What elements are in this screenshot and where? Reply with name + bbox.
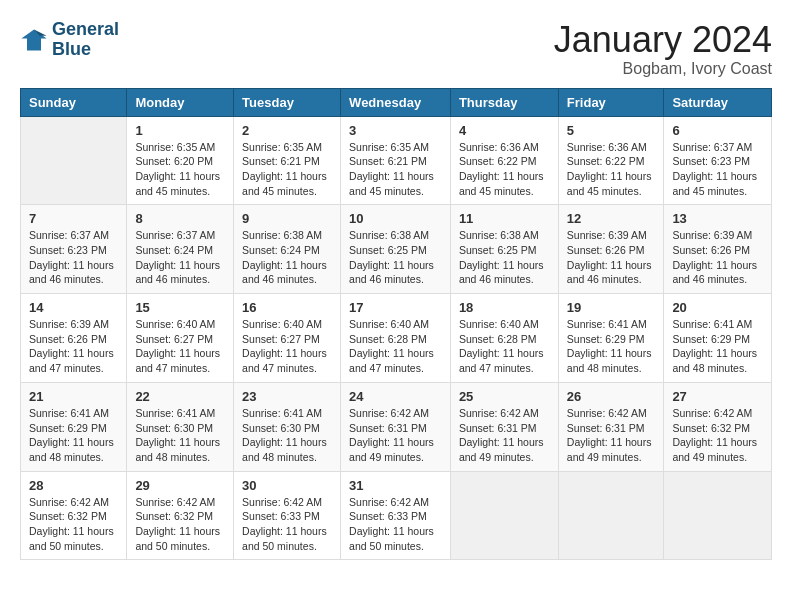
day-info: Sunrise: 6:35 AMSunset: 6:21 PMDaylight:… [242, 140, 332, 199]
calendar-cell: 1Sunrise: 6:35 AMSunset: 6:20 PMDaylight… [127, 116, 234, 205]
calendar-cell: 31Sunrise: 6:42 AMSunset: 6:33 PMDayligh… [341, 471, 451, 560]
day-number: 12 [567, 211, 656, 226]
day-number: 28 [29, 478, 118, 493]
day-number: 7 [29, 211, 118, 226]
calendar-cell: 9Sunrise: 6:38 AMSunset: 6:24 PMDaylight… [234, 205, 341, 294]
calendar-week-row: 28Sunrise: 6:42 AMSunset: 6:32 PMDayligh… [21, 471, 772, 560]
calendar-cell: 25Sunrise: 6:42 AMSunset: 6:31 PMDayligh… [450, 382, 558, 471]
logo-text: General Blue [52, 20, 119, 60]
calendar-cell: 10Sunrise: 6:38 AMSunset: 6:25 PMDayligh… [341, 205, 451, 294]
calendar-cell: 18Sunrise: 6:40 AMSunset: 6:28 PMDayligh… [450, 294, 558, 383]
day-info: Sunrise: 6:37 AMSunset: 6:23 PMDaylight:… [29, 228, 118, 287]
day-number: 15 [135, 300, 225, 315]
day-info: Sunrise: 6:42 AMSunset: 6:31 PMDaylight:… [349, 406, 442, 465]
calendar-body: 1Sunrise: 6:35 AMSunset: 6:20 PMDaylight… [21, 116, 772, 560]
day-number: 31 [349, 478, 442, 493]
calendar-cell [664, 471, 772, 560]
day-info: Sunrise: 6:38 AMSunset: 6:25 PMDaylight:… [459, 228, 550, 287]
logo-bird-icon [20, 26, 48, 54]
day-number: 19 [567, 300, 656, 315]
day-number: 11 [459, 211, 550, 226]
day-number: 17 [349, 300, 442, 315]
day-info: Sunrise: 6:36 AMSunset: 6:22 PMDaylight:… [567, 140, 656, 199]
day-info: Sunrise: 6:40 AMSunset: 6:28 PMDaylight:… [459, 317, 550, 376]
calendar-cell: 24Sunrise: 6:42 AMSunset: 6:31 PMDayligh… [341, 382, 451, 471]
day-number: 2 [242, 123, 332, 138]
weekday-header-cell: Thursday [450, 88, 558, 116]
calendar-cell: 21Sunrise: 6:41 AMSunset: 6:29 PMDayligh… [21, 382, 127, 471]
day-number: 3 [349, 123, 442, 138]
day-number: 25 [459, 389, 550, 404]
calendar-cell: 11Sunrise: 6:38 AMSunset: 6:25 PMDayligh… [450, 205, 558, 294]
day-number: 18 [459, 300, 550, 315]
day-info: Sunrise: 6:39 AMSunset: 6:26 PMDaylight:… [29, 317, 118, 376]
day-info: Sunrise: 6:35 AMSunset: 6:21 PMDaylight:… [349, 140, 442, 199]
day-info: Sunrise: 6:40 AMSunset: 6:27 PMDaylight:… [242, 317, 332, 376]
calendar-cell: 29Sunrise: 6:42 AMSunset: 6:32 PMDayligh… [127, 471, 234, 560]
calendar-cell: 22Sunrise: 6:41 AMSunset: 6:30 PMDayligh… [127, 382, 234, 471]
weekday-header-cell: Wednesday [341, 88, 451, 116]
calendar-cell: 3Sunrise: 6:35 AMSunset: 6:21 PMDaylight… [341, 116, 451, 205]
day-number: 16 [242, 300, 332, 315]
calendar-cell: 6Sunrise: 6:37 AMSunset: 6:23 PMDaylight… [664, 116, 772, 205]
calendar-cell: 28Sunrise: 6:42 AMSunset: 6:32 PMDayligh… [21, 471, 127, 560]
day-info: Sunrise: 6:35 AMSunset: 6:20 PMDaylight:… [135, 140, 225, 199]
calendar-cell: 13Sunrise: 6:39 AMSunset: 6:26 PMDayligh… [664, 205, 772, 294]
day-info: Sunrise: 6:42 AMSunset: 6:32 PMDaylight:… [29, 495, 118, 554]
calendar-cell: 4Sunrise: 6:36 AMSunset: 6:22 PMDaylight… [450, 116, 558, 205]
calendar-cell: 19Sunrise: 6:41 AMSunset: 6:29 PMDayligh… [558, 294, 664, 383]
day-number: 30 [242, 478, 332, 493]
day-info: Sunrise: 6:39 AMSunset: 6:26 PMDaylight:… [567, 228, 656, 287]
calendar-week-row: 21Sunrise: 6:41 AMSunset: 6:29 PMDayligh… [21, 382, 772, 471]
calendar-cell: 27Sunrise: 6:42 AMSunset: 6:32 PMDayligh… [664, 382, 772, 471]
day-info: Sunrise: 6:42 AMSunset: 6:33 PMDaylight:… [242, 495, 332, 554]
day-number: 5 [567, 123, 656, 138]
calendar-cell: 17Sunrise: 6:40 AMSunset: 6:28 PMDayligh… [341, 294, 451, 383]
calendar-cell [21, 116, 127, 205]
calendar-week-row: 1Sunrise: 6:35 AMSunset: 6:20 PMDaylight… [21, 116, 772, 205]
calendar-cell [558, 471, 664, 560]
day-number: 8 [135, 211, 225, 226]
calendar-cell: 2Sunrise: 6:35 AMSunset: 6:21 PMDaylight… [234, 116, 341, 205]
weekday-header-row: SundayMondayTuesdayWednesdayThursdayFrid… [21, 88, 772, 116]
weekday-header-cell: Monday [127, 88, 234, 116]
day-number: 13 [672, 211, 763, 226]
calendar-cell [450, 471, 558, 560]
calendar-cell: 14Sunrise: 6:39 AMSunset: 6:26 PMDayligh… [21, 294, 127, 383]
day-info: Sunrise: 6:40 AMSunset: 6:28 PMDaylight:… [349, 317, 442, 376]
day-number: 21 [29, 389, 118, 404]
logo: General Blue [20, 20, 119, 60]
day-number: 29 [135, 478, 225, 493]
day-info: Sunrise: 6:37 AMSunset: 6:23 PMDaylight:… [672, 140, 763, 199]
page-header: General Blue January 2024 Bogbam, Ivory … [20, 20, 772, 78]
day-number: 20 [672, 300, 763, 315]
day-info: Sunrise: 6:36 AMSunset: 6:22 PMDaylight:… [459, 140, 550, 199]
title-block: January 2024 Bogbam, Ivory Coast [554, 20, 772, 78]
calendar-week-row: 7Sunrise: 6:37 AMSunset: 6:23 PMDaylight… [21, 205, 772, 294]
day-number: 10 [349, 211, 442, 226]
calendar-cell: 16Sunrise: 6:40 AMSunset: 6:27 PMDayligh… [234, 294, 341, 383]
day-info: Sunrise: 6:38 AMSunset: 6:24 PMDaylight:… [242, 228, 332, 287]
day-info: Sunrise: 6:42 AMSunset: 6:31 PMDaylight:… [459, 406, 550, 465]
day-number: 1 [135, 123, 225, 138]
day-info: Sunrise: 6:40 AMSunset: 6:27 PMDaylight:… [135, 317, 225, 376]
calendar-cell: 30Sunrise: 6:42 AMSunset: 6:33 PMDayligh… [234, 471, 341, 560]
calendar-cell: 23Sunrise: 6:41 AMSunset: 6:30 PMDayligh… [234, 382, 341, 471]
calendar-table: SundayMondayTuesdayWednesdayThursdayFrid… [20, 88, 772, 561]
day-info: Sunrise: 6:41 AMSunset: 6:29 PMDaylight:… [567, 317, 656, 376]
day-info: Sunrise: 6:41 AMSunset: 6:29 PMDaylight:… [672, 317, 763, 376]
day-number: 6 [672, 123, 763, 138]
weekday-header-cell: Saturday [664, 88, 772, 116]
day-info: Sunrise: 6:39 AMSunset: 6:26 PMDaylight:… [672, 228, 763, 287]
day-info: Sunrise: 6:41 AMSunset: 6:30 PMDaylight:… [242, 406, 332, 465]
day-info: Sunrise: 6:37 AMSunset: 6:24 PMDaylight:… [135, 228, 225, 287]
day-info: Sunrise: 6:38 AMSunset: 6:25 PMDaylight:… [349, 228, 442, 287]
calendar-cell: 8Sunrise: 6:37 AMSunset: 6:24 PMDaylight… [127, 205, 234, 294]
calendar-cell: 7Sunrise: 6:37 AMSunset: 6:23 PMDaylight… [21, 205, 127, 294]
calendar-cell: 5Sunrise: 6:36 AMSunset: 6:22 PMDaylight… [558, 116, 664, 205]
day-number: 22 [135, 389, 225, 404]
calendar-cell: 26Sunrise: 6:42 AMSunset: 6:31 PMDayligh… [558, 382, 664, 471]
day-info: Sunrise: 6:41 AMSunset: 6:29 PMDaylight:… [29, 406, 118, 465]
day-number: 14 [29, 300, 118, 315]
day-number: 9 [242, 211, 332, 226]
